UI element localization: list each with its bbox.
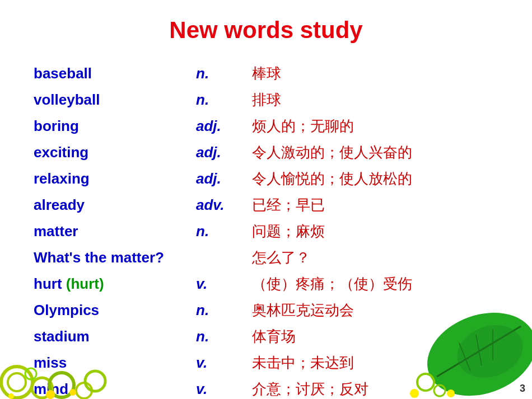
cn-cell: 棒球 <box>252 60 498 87</box>
svg-point-1 <box>8 373 26 391</box>
table-row: volleyballn.排球 <box>34 87 498 113</box>
svg-point-16 <box>417 374 434 391</box>
pos-cell <box>196 245 252 271</box>
pos-cell: v. <box>196 350 252 376</box>
svg-point-7 <box>46 390 55 399</box>
svg-point-18 <box>410 389 419 398</box>
table-row: excitingadj.令人激动的；使人兴奋的 <box>34 139 498 166</box>
word-cell: exciting <box>34 139 196 166</box>
pos-cell: adj. <box>196 139 252 166</box>
table-row: mattern.问题；麻烦 <box>34 218 498 245</box>
table-row: boringadj.烦人的；无聊的 <box>34 113 498 139</box>
svg-point-8 <box>69 389 76 396</box>
svg-point-0 <box>1 367 32 398</box>
pos-cell: n. <box>196 87 252 113</box>
svg-point-6 <box>85 371 105 391</box>
page-title: New words study <box>34 17 498 44</box>
svg-point-19 <box>447 389 455 397</box>
cn-cell: （使）疼痛；（使）受伤 <box>252 271 498 297</box>
cn-cell: 排球 <box>252 87 498 113</box>
word-cell: What's the matter? <box>34 245 196 271</box>
word-cell: baseball <box>34 60 196 87</box>
cn-cell: 怎么了？ <box>252 245 498 271</box>
table-row: relaxingadj.令人愉悦的；使人放松的 <box>34 166 498 192</box>
word-cell: Olympics <box>34 297 196 323</box>
pos-cell: adv. <box>196 192 252 218</box>
pos-cell: n. <box>196 297 252 323</box>
pos-cell: v. <box>196 271 252 297</box>
word-cell: boring <box>34 113 196 139</box>
pos-cell: adj. <box>196 113 252 139</box>
cn-cell: 问题；麻烦 <box>252 218 498 245</box>
svg-point-9 <box>8 393 14 399</box>
cn-cell: 已经；早已 <box>252 192 498 218</box>
deco-circles <box>0 332 112 399</box>
deco-leaf <box>409 309 532 399</box>
page-number: 3 <box>520 383 525 395</box>
cn-cell: 令人激动的；使人兴奋的 <box>252 139 498 166</box>
cn-cell: 令人愉悦的；使人放松的 <box>252 166 498 192</box>
page: New words study baseballn.棒球volleyballn.… <box>0 0 532 399</box>
hurt-paren: (hurt) <box>66 275 104 292</box>
table-row: alreadyadv.已经；早已 <box>34 192 498 218</box>
pos-cell: n. <box>196 323 252 350</box>
table-row: hurt (hurt)v.（使）疼痛；（使）受伤 <box>34 271 498 297</box>
pos-cell: n. <box>196 60 252 87</box>
word-cell: hurt (hurt) <box>34 271 196 297</box>
word-cell: matter <box>34 218 196 245</box>
cn-cell: 烦人的；无聊的 <box>252 113 498 139</box>
pos-cell: v. <box>196 376 252 399</box>
table-row: baseballn.棒球 <box>34 60 498 87</box>
pos-cell: n. <box>196 218 252 245</box>
word-cell: volleyball <box>34 87 196 113</box>
table-row: What's the matter?怎么了？ <box>34 245 498 271</box>
word-cell: already <box>34 192 196 218</box>
word-cell: relaxing <box>34 166 196 192</box>
pos-cell: adj. <box>196 166 252 192</box>
